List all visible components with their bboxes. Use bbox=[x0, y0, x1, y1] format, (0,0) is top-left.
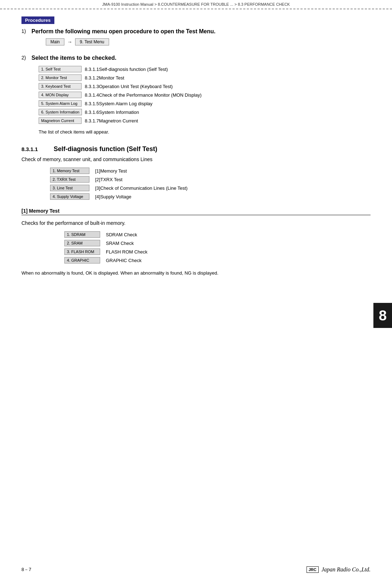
breadcrumb-text: JMA-9100 Instruction Manual > 8.COUNTERM… bbox=[102, 2, 290, 6]
menu-item-label: 6. System Information bbox=[39, 109, 82, 115]
step-1-content: Perform the following menu open procedur… bbox=[31, 28, 371, 48]
menu-item-label: 1. Self Test bbox=[39, 66, 82, 72]
memory-item-row: 4. GRAPHIC GRAPHIC Check bbox=[64, 256, 150, 265]
menu-item-label: 2. Monitor Test bbox=[39, 74, 82, 81]
section-8311-heading: 8.3.1.1 Self-diagnosis function (Self Te… bbox=[21, 145, 371, 153]
sub-menu-label: 2. TXRX Test bbox=[50, 176, 89, 183]
sub-menu-label: 1. Memory Test bbox=[50, 168, 89, 174]
memory-item-desc: SRAM Check bbox=[103, 239, 150, 247]
main-content: Procedures 1) Perform the following menu… bbox=[0, 9, 392, 306]
menu-item-row: Magnetron Current 8.3.1.7Magnetron Curre… bbox=[39, 116, 205, 125]
menu-item-row: 2. Monitor Test 8.3.1.2Monitor Test bbox=[39, 73, 205, 82]
menu-item-label: 4. MON Display bbox=[39, 92, 82, 98]
step-2-number: 2) bbox=[21, 55, 29, 61]
menu-item-row: 6. System Information 8.3.1.6System Info… bbox=[39, 108, 205, 116]
sub-menu-desc: [1]Memory Test bbox=[92, 166, 190, 175]
memory-table: 1. SDRAM SDRAM Check 2. SRAM SRAM Check … bbox=[64, 230, 150, 265]
sub-menu-item-row: 4. Supply Voltage [4]Supply Voltage bbox=[50, 192, 190, 201]
menu-item-row: 4. MON Display 8.3.1.4Check of the Perfo… bbox=[39, 91, 205, 99]
section-8311-num: 8.3.1.1 bbox=[21, 146, 54, 152]
footer-logo: JRC Japan Radio Co.,Ltd. bbox=[307, 566, 371, 573]
step-2-title: Select the items to be checked. bbox=[31, 55, 371, 61]
memory-item-row: 2. SRAM SRAM Check bbox=[64, 239, 150, 247]
memory-item-label: 1. SDRAM bbox=[64, 231, 100, 238]
menu-item-label: Magnetron Current bbox=[39, 117, 82, 124]
footer: 8－7 JRC Japan Radio Co.,Ltd. bbox=[0, 566, 392, 573]
chapter-tab: 8 bbox=[373, 303, 392, 328]
jrc-box: JRC bbox=[307, 566, 319, 573]
menu-item-desc: 8.3.1.2Monitor Test bbox=[85, 73, 205, 82]
menu-item-desc: 8.3.1.4Check of the Performance Monitor … bbox=[85, 91, 205, 99]
sub-menu-item-row: 2. TXRX Test [2]TXRX Test bbox=[50, 175, 190, 184]
step-1-number: 1) bbox=[21, 28, 29, 34]
memory-item-row: 1. SDRAM SDRAM Check bbox=[64, 230, 150, 239]
menu-item-label: 5. System Alarm Log bbox=[39, 100, 82, 107]
memory-item-label: 3. FLASH ROM bbox=[64, 248, 100, 255]
sub-menu-item-row: 3. Line Test [3]Check of Communication L… bbox=[50, 184, 190, 192]
memory-test-heading: [1] Memory Test bbox=[21, 208, 371, 215]
memory-test-desc: Checks for the performance of built-in m… bbox=[21, 220, 371, 226]
sub-menu-label: 3. Line Test bbox=[50, 185, 89, 191]
memory-item-label: 4. GRAPHIC bbox=[64, 257, 100, 264]
menu-item-row: 3. Keyboard Test 8.3.1.3Operation Unit T… bbox=[39, 82, 205, 91]
menu-item-desc: 8.3.1.5System Alarm Log display bbox=[85, 99, 205, 108]
memory-item-desc: GRAPHIC Check bbox=[103, 256, 150, 265]
memory-item-desc: SDRAM Check bbox=[103, 230, 150, 239]
menu-item-desc: 8.3.1.7Magnetron Current bbox=[85, 116, 205, 125]
menu-items-table: 1. Self Test 8.3.1.1Self-diagnosis funct… bbox=[39, 65, 205, 125]
menu-item-desc: 8.3.1.6System Information bbox=[85, 108, 205, 116]
menu-test-menu-box: 9. Test Menu bbox=[75, 38, 109, 45]
step-2: 2) Select the items to be checked. 1. Se… bbox=[21, 55, 371, 135]
breadcrumb: JMA-9100 Instruction Manual > 8.COUNTERM… bbox=[0, 0, 392, 9]
memory-item-row: 3. FLASH ROM FLASH ROM Check bbox=[64, 247, 150, 256]
sub-menu-desc: [3]Check of Communication Lines (Line Te… bbox=[92, 184, 190, 192]
step-1: 1) Perform the following menu open proce… bbox=[21, 28, 371, 48]
step-2-content: Select the items to be checked. 1. Self … bbox=[31, 55, 371, 135]
memory-item-label: 2. SRAM bbox=[64, 240, 100, 246]
company-name: Japan Radio Co.,Ltd. bbox=[322, 566, 371, 573]
memory-item-desc: FLASH ROM Check bbox=[103, 247, 150, 256]
memory-test-note: When no abnormality is found, OK is disp… bbox=[21, 270, 371, 277]
sub-menu-label: 4. Supply Voltage bbox=[50, 193, 89, 200]
menu-item-row: 1. Self Test 8.3.1.1Self-diagnosis funct… bbox=[39, 65, 205, 73]
sub-menu-desc: [2]TXRX Test bbox=[92, 175, 190, 184]
procedures-badge: Procedures bbox=[21, 16, 54, 24]
page-number: 8－7 bbox=[21, 566, 31, 573]
sub-menu-desc: [4]Supply Voltage bbox=[92, 192, 190, 201]
sub-menu-table: 1. Memory Test [1]Memory Test 2. TXRX Te… bbox=[50, 166, 190, 201]
menu-item-desc: 8.3.1.1Self-diagnosis function (Self Tes… bbox=[85, 65, 205, 73]
menu-nav: Main → 9. Test Menu bbox=[46, 38, 371, 45]
menu-item-desc: 8.3.1.3Operation Unit Test (Keyboard Tes… bbox=[85, 82, 205, 91]
step-1-title: Perform the following menu open procedur… bbox=[31, 28, 371, 35]
list-note: The list of check items will appear. bbox=[39, 129, 371, 135]
section-8311-desc: Check of memory, scanner unit, and commu… bbox=[21, 156, 371, 162]
menu-arrow: → bbox=[67, 39, 72, 45]
sub-menu-item-row: 1. Memory Test [1]Memory Test bbox=[50, 166, 190, 175]
menu-item-row: 5. System Alarm Log 8.3.1.5System Alarm … bbox=[39, 99, 205, 108]
section-8311-title: Self-diagnosis function (Self Test) bbox=[54, 145, 157, 153]
menu-item-label: 3. Keyboard Test bbox=[39, 83, 82, 90]
menu-main-box: Main bbox=[46, 38, 64, 45]
